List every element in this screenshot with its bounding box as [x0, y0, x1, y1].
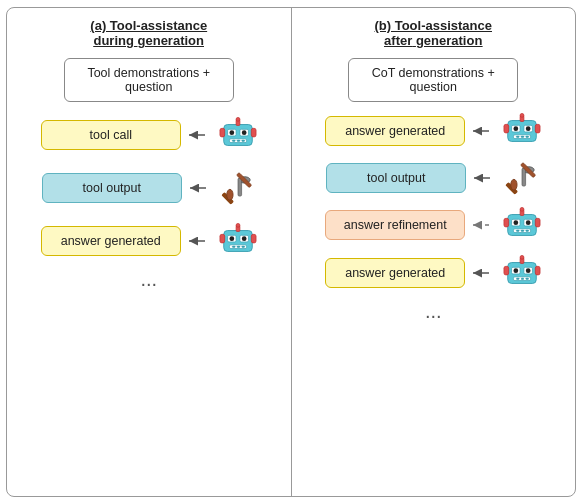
- right-arrow4: [471, 265, 491, 281]
- svg-point-7: [242, 130, 247, 135]
- svg-point-27: [242, 236, 247, 241]
- right-robot1: [503, 112, 541, 150]
- left-row1: tool call: [17, 116, 281, 154]
- svg-rect-17: [238, 178, 242, 196]
- right-row4: answer generated: [302, 254, 566, 292]
- svg-rect-63: [517, 230, 520, 232]
- svg-rect-51: [522, 168, 526, 186]
- left-panel: (a) Tool-assistance during generation To…: [7, 8, 292, 496]
- svg-rect-45: [526, 136, 529, 138]
- right-tool-output-box: tool output: [326, 163, 466, 193]
- left-title-prefix: (a) Tool-assistance: [90, 18, 207, 33]
- svg-rect-78: [521, 278, 524, 280]
- svg-rect-66: [504, 218, 509, 227]
- main-container: (a) Tool-assistance during generation To…: [6, 7, 576, 497]
- left-row2: tool output: [17, 170, 281, 206]
- svg-rect-31: [242, 246, 245, 248]
- svg-rect-10: [237, 140, 240, 142]
- svg-rect-30: [237, 246, 240, 248]
- svg-rect-12: [220, 128, 225, 137]
- left-arrow3: [187, 233, 207, 249]
- svg-rect-9: [232, 140, 235, 142]
- left-arrow1: [187, 127, 207, 143]
- right-input-box: CoT demonstrations + question: [348, 58, 518, 102]
- left-tool-call-box: tool call: [41, 120, 181, 150]
- right-row2: tool output: [302, 160, 566, 196]
- right-robot3: [503, 254, 541, 292]
- svg-point-75: [526, 268, 531, 273]
- svg-rect-77: [517, 278, 520, 280]
- svg-rect-81: [536, 266, 541, 275]
- right-wrench-icon: [504, 160, 540, 196]
- svg-point-40: [514, 126, 519, 131]
- svg-rect-33: [251, 234, 256, 243]
- svg-rect-13: [251, 128, 256, 137]
- left-title-bold: during generation: [93, 33, 204, 48]
- left-input-box: Tool demonstrations + question: [64, 58, 234, 102]
- svg-point-23: [236, 223, 240, 227]
- right-answer-gen-box: answer generated: [325, 116, 465, 146]
- right-dashed-arrow3: [471, 217, 491, 233]
- svg-rect-67: [536, 218, 541, 227]
- svg-point-18: [227, 189, 233, 200]
- svg-rect-65: [526, 230, 529, 232]
- svg-point-6: [229, 130, 234, 135]
- right-arrow1: [471, 123, 491, 139]
- svg-point-57: [520, 207, 524, 211]
- svg-point-71: [520, 255, 524, 259]
- right-robot2: [503, 206, 541, 244]
- right-title-prefix: (b) Tool-assistance: [374, 18, 492, 33]
- left-row3: answer generated: [17, 222, 281, 260]
- left-tool-output-box: tool output: [42, 173, 182, 203]
- svg-rect-47: [536, 124, 541, 133]
- left-dots: ...: [140, 268, 157, 291]
- right-row1: answer generated: [302, 112, 566, 150]
- right-answer-gen-final-box: answer generated: [325, 258, 465, 288]
- left-robot1: [219, 116, 257, 154]
- svg-point-52: [511, 179, 517, 190]
- svg-point-3: [236, 117, 240, 121]
- right-dots: ...: [425, 300, 442, 323]
- svg-point-41: [526, 126, 531, 131]
- right-panel: (b) Tool-assistance after generation CoT…: [292, 8, 576, 496]
- svg-point-60: [514, 220, 519, 225]
- svg-rect-11: [242, 140, 245, 142]
- left-answer-box: answer generated: [41, 226, 181, 256]
- left-wrench-icon: [220, 170, 256, 206]
- svg-rect-79: [526, 278, 529, 280]
- left-robot2: [219, 222, 257, 260]
- right-title-bold: after generation: [384, 33, 482, 48]
- svg-rect-46: [504, 124, 509, 133]
- svg-rect-80: [504, 266, 509, 275]
- svg-rect-64: [521, 230, 524, 232]
- right-panel-title: (b) Tool-assistance after generation: [374, 18, 492, 48]
- left-panel-title: (a) Tool-assistance during generation: [90, 18, 207, 48]
- svg-rect-43: [517, 136, 520, 138]
- svg-point-74: [514, 268, 519, 273]
- svg-point-37: [520, 113, 524, 117]
- svg-point-61: [526, 220, 531, 225]
- svg-rect-32: [220, 234, 225, 243]
- svg-rect-29: [232, 246, 235, 248]
- right-refinement-box: answer refinement: [325, 210, 465, 240]
- svg-point-26: [229, 236, 234, 241]
- left-arrow2: [188, 180, 208, 196]
- right-row3: answer refinement: [302, 206, 566, 244]
- svg-rect-44: [521, 136, 524, 138]
- right-arrow2: [472, 170, 492, 186]
